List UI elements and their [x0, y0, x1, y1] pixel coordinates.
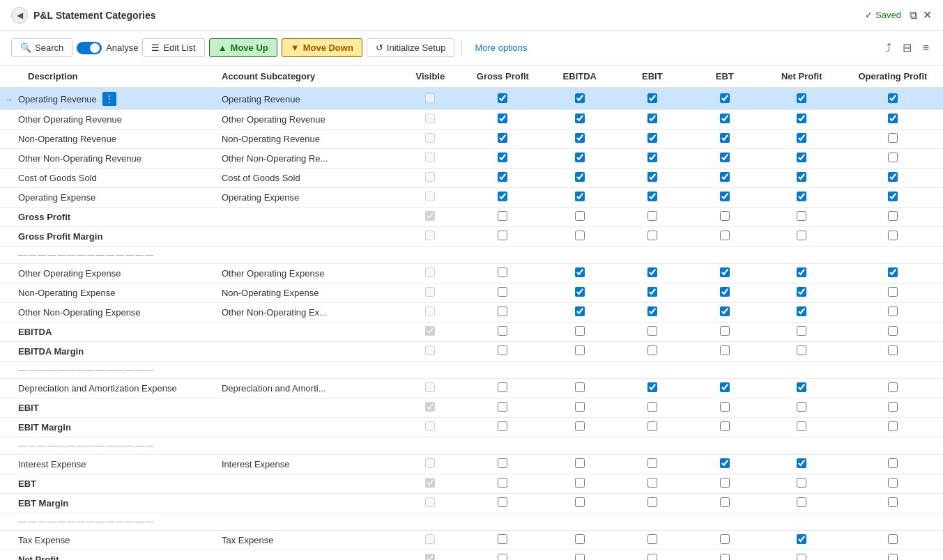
columns-button[interactable]: ≡	[920, 38, 932, 57]
checkbox-ebitda[interactable]	[575, 382, 585, 392]
back-button[interactable]: ◀	[11, 7, 28, 24]
checkbox-np[interactable]	[797, 421, 806, 431]
checkbox-op[interactable]	[888, 345, 898, 355]
move-up-button[interactable]: ▲ Move Up	[209, 38, 277, 57]
checkbox-ebit[interactable]	[647, 93, 657, 103]
checkbox-visible[interactable]	[425, 382, 435, 392]
checkbox-np[interactable]	[797, 345, 806, 355]
checkbox-np[interactable]	[797, 93, 806, 103]
checkbox-np[interactable]	[797, 192, 806, 201]
checkbox-op[interactable]	[888, 287, 898, 297]
checkbox-ebit[interactable]	[647, 402, 657, 412]
checkbox-visible[interactable]	[425, 192, 435, 201]
checkbox-np[interactable]	[797, 382, 806, 392]
checkbox-ebitda[interactable]	[575, 458, 585, 468]
checkbox-ebt[interactable]	[720, 497, 730, 507]
checkbox-ebt[interactable]	[720, 93, 730, 103]
checkbox-gp[interactable]	[498, 133, 507, 143]
checkbox-gp[interactable]	[498, 287, 507, 297]
checkbox-ebitda[interactable]	[575, 345, 585, 355]
checkbox-ebt[interactable]	[720, 402, 730, 412]
checkbox-ebt[interactable]	[720, 114, 730, 123]
checkbox-visible[interactable]	[425, 554, 435, 560]
row-context-menu-button[interactable]: ⋮	[102, 92, 116, 106]
checkbox-visible[interactable]	[425, 211, 435, 221]
checkbox-ebit[interactable]	[647, 497, 657, 507]
checkbox-visible[interactable]	[425, 306, 435, 316]
checkbox-visible[interactable]	[425, 478, 435, 488]
checkbox-ebt[interactable]	[720, 306, 730, 316]
edit-list-button[interactable]: ☰ Edit List	[142, 38, 204, 57]
checkbox-np[interactable]	[797, 326, 806, 336]
checkbox-ebt[interactable]	[720, 458, 730, 468]
checkbox-op[interactable]	[888, 402, 898, 412]
checkbox-ebitda[interactable]	[575, 554, 585, 560]
checkbox-ebit[interactable]	[647, 306, 657, 316]
checkbox-ebit[interactable]	[647, 534, 657, 544]
checkbox-visible[interactable]	[425, 326, 435, 336]
checkbox-visible[interactable]	[425, 153, 435, 162]
checkbox-visible[interactable]	[425, 421, 435, 431]
checkbox-ebit[interactable]	[647, 326, 657, 336]
checkbox-gp[interactable]	[498, 421, 507, 431]
checkbox-op[interactable]	[888, 326, 898, 336]
checkbox-op[interactable]	[888, 231, 898, 240]
checkbox-visible[interactable]	[425, 497, 435, 507]
checkbox-op[interactable]	[888, 554, 898, 560]
checkbox-op[interactable]	[888, 497, 898, 507]
more-options-button[interactable]: More options	[469, 39, 532, 56]
checkbox-gp[interactable]	[498, 326, 507, 336]
checkbox-ebitda[interactable]	[575, 93, 585, 103]
checkbox-np[interactable]	[797, 114, 806, 123]
checkbox-ebit[interactable]	[647, 345, 657, 355]
move-down-button[interactable]: ▼ Move Down	[282, 38, 362, 57]
checkbox-visible[interactable]	[425, 267, 435, 277]
checkbox-gp[interactable]	[498, 93, 507, 103]
checkbox-ebit[interactable]	[647, 382, 657, 392]
restore-button[interactable]: ⧉	[910, 8, 917, 22]
checkbox-np[interactable]	[797, 402, 806, 412]
checkbox-ebt[interactable]	[720, 554, 730, 560]
checkbox-gp[interactable]	[498, 211, 507, 221]
search-button[interactable]: 🔍 Search	[11, 38, 72, 57]
checkbox-gp[interactable]	[498, 114, 507, 123]
checkbox-gp[interactable]	[498, 402, 507, 412]
checkbox-gp[interactable]	[498, 554, 507, 560]
checkbox-ebitda[interactable]	[575, 306, 585, 316]
checkbox-ebitda[interactable]	[575, 211, 585, 221]
checkbox-ebit[interactable]	[647, 231, 657, 240]
checkbox-ebitda[interactable]	[575, 231, 585, 240]
checkbox-np[interactable]	[797, 497, 806, 507]
checkbox-gp[interactable]	[498, 192, 507, 201]
checkbox-gp[interactable]	[498, 458, 507, 468]
checkbox-gp[interactable]	[498, 172, 507, 182]
checkbox-op[interactable]	[888, 306, 898, 316]
checkbox-ebitda[interactable]	[575, 114, 585, 123]
filter-button[interactable]: ⊟	[900, 38, 914, 57]
checkbox-ebitda[interactable]	[575, 326, 585, 336]
checkbox-visible[interactable]	[425, 172, 435, 182]
checkbox-op[interactable]	[888, 192, 898, 201]
checkbox-op[interactable]	[888, 211, 898, 221]
checkbox-ebt[interactable]	[720, 478, 730, 488]
checkbox-op[interactable]	[888, 267, 898, 277]
checkbox-ebitda[interactable]	[575, 192, 585, 201]
checkbox-op[interactable]	[888, 458, 898, 468]
checkbox-ebt[interactable]	[720, 153, 730, 162]
checkbox-visible[interactable]	[425, 345, 435, 355]
checkbox-ebt[interactable]	[720, 345, 730, 355]
checkbox-ebt[interactable]	[720, 382, 730, 392]
checkbox-op[interactable]	[888, 114, 898, 123]
checkbox-ebitda[interactable]	[575, 478, 585, 488]
checkbox-gp[interactable]	[498, 153, 507, 162]
checkbox-ebit[interactable]	[647, 211, 657, 221]
checkbox-ebt[interactable]	[720, 231, 730, 240]
checkbox-np[interactable]	[797, 306, 806, 316]
checkbox-ebit[interactable]	[647, 267, 657, 277]
checkbox-op[interactable]	[888, 478, 898, 488]
checkbox-op[interactable]	[888, 93, 898, 103]
checkbox-ebit[interactable]	[647, 192, 657, 201]
checkbox-ebt[interactable]	[720, 211, 730, 221]
checkbox-visible[interactable]	[425, 458, 435, 468]
checkbox-np[interactable]	[797, 231, 806, 240]
